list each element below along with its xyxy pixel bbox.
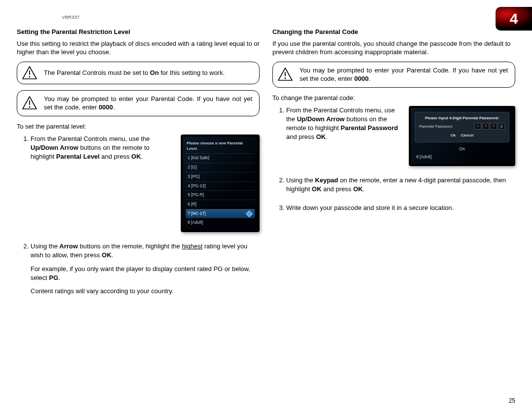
under-adult: 8 [Adult]	[415, 153, 509, 161]
chapter-tab: 4	[496, 7, 532, 31]
under-on: On	[415, 145, 509, 153]
lead-right: To change the parental code:	[272, 94, 515, 103]
left-column: Setting the Parental Restriction Level U…	[17, 28, 260, 306]
callout-code-left: You may be prompted to enter your Parent…	[17, 90, 260, 116]
chapter-number: 4	[510, 10, 518, 27]
steps-left: From the Parental Controls menu, use the…	[17, 135, 260, 295]
warning-icon	[22, 66, 37, 80]
dialog-label: Parental Password	[419, 124, 452, 129]
step-1-right: From the Parental Controls menu, use the…	[286, 106, 515, 166]
screenshot-parental-password: Please Input 4-Digit Parental Password: …	[409, 106, 515, 166]
lead-left: To set the parental level:	[17, 122, 260, 131]
section-title-left: Setting the Parental Restriction Level	[17, 28, 260, 36]
password-boxes: * * * 0	[474, 123, 505, 130]
step2-sub1: For example, if you only want the player…	[31, 265, 260, 282]
screen-row: 3 [PG]	[186, 172, 255, 181]
screen-title: Please choose a new Parental Level.	[187, 140, 254, 151]
screen-row: 4 [PG-13]	[186, 181, 255, 191]
screen-row: 5 [PG-R]	[186, 190, 255, 200]
svg-point-5	[285, 78, 286, 79]
step-3-right: Write down your passcode and store it in…	[286, 204, 515, 212]
step-1-left: From the Parental Controls menu, use the…	[31, 135, 260, 232]
callout-text: You may be prompted to enter your Parent…	[44, 95, 252, 112]
step2-sub2: Content ratings will vary according to y…	[31, 287, 260, 296]
callout-text: You may be prompted to enter your Parent…	[299, 66, 508, 83]
right-column: Changing the Parental Code If you use th…	[272, 28, 515, 306]
screen-row: 8 [Adult]	[186, 218, 255, 227]
dialog-cancel: Cancel	[461, 133, 473, 138]
warning-icon	[22, 96, 37, 110]
dialog-ok: Ok	[451, 133, 456, 138]
svg-point-3	[29, 106, 31, 108]
steps-right: From the Parental Controls menu, use the…	[272, 106, 515, 212]
callout-text: The Parental Controls must be set to On …	[44, 68, 252, 77]
svg-point-1	[29, 76, 31, 77]
model-code: VBR337	[62, 15, 515, 20]
callout-code-right: You may be prompted to enter your Parent…	[272, 62, 515, 88]
screen-row: 2 [G]	[186, 163, 255, 172]
screen-row: 1 [Kid Safe]	[186, 153, 255, 163]
intro-right: If you use the parental controls, you sh…	[272, 39, 515, 57]
section-title-right: Changing the Parental Code	[272, 28, 515, 36]
screenshot-parental-level: Please choose a new Parental Level. 1 [K…	[181, 135, 260, 232]
dialog-title: Please Input 4-Digit Parental Password:	[419, 115, 505, 121]
intro-left: Use this setting to restrict the playbac…	[17, 39, 260, 57]
step-2-right: Using the Keypad on the remote, enter a …	[286, 176, 515, 194]
screen-row-highlight: 7 [NC-17]	[186, 209, 255, 218]
warning-icon	[278, 68, 293, 81]
screen-row: 6 [R]	[186, 200, 255, 209]
page-number: 25	[509, 397, 515, 404]
diamond-icon	[246, 210, 253, 217]
callout-on-required: The Parental Controls must be set to On …	[17, 62, 260, 84]
step-2-left: Using the Arrow buttons on the remote, h…	[31, 242, 260, 296]
